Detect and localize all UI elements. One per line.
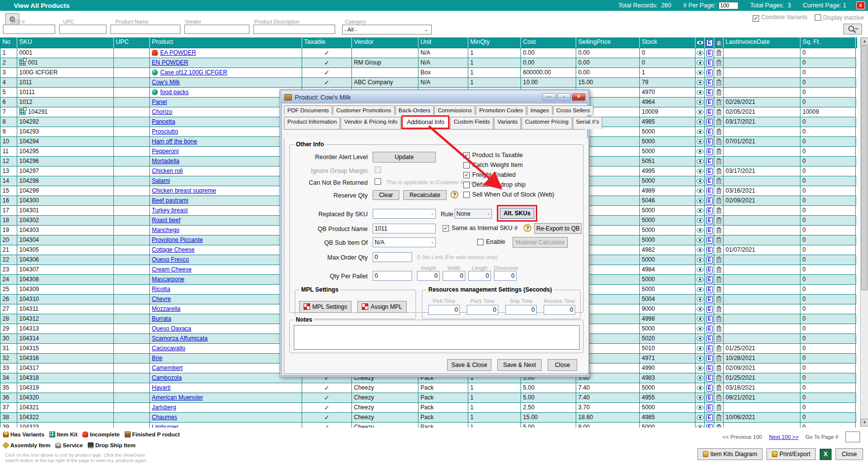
- view-product-button[interactable]: [695, 334, 705, 344]
- product-link[interactable]: Beef pastrami: [152, 197, 188, 204]
- column-header-cost[interactable]: Cost: [521, 37, 576, 48]
- clear-button[interactable]: Clear: [373, 190, 399, 200]
- edit-product-button[interactable]: E: [705, 78, 714, 88]
- pick-time-input[interactable]: [428, 305, 460, 315]
- product-link[interactable]: Salami: [152, 177, 170, 184]
- delete-product-button[interactable]: [714, 393, 724, 403]
- scrollbar-thumb[interactable]: [861, 46, 868, 290]
- combine-variants-checkbox[interactable]: ✓Combine Variants: [753, 14, 808, 22]
- scroll-up-icon[interactable]: ▲: [861, 37, 868, 45]
- vertical-scrollbar[interactable]: ▲ ▼: [860, 37, 868, 427]
- edit-product-button[interactable]: E: [705, 354, 714, 364]
- ignore-group-margin-checkbox[interactable]: [375, 166, 381, 173]
- view-product-button[interactable]: [695, 275, 705, 285]
- view-product-button[interactable]: [695, 98, 705, 107]
- display-inactive-checkbox[interactable]: Display inactive: [815, 14, 864, 21]
- edit-product-button[interactable]: E: [705, 295, 714, 304]
- column-header-minqty[interactable]: MinQty: [468, 37, 521, 48]
- view-product-button[interactable]: [695, 383, 705, 393]
- delete-product-button[interactable]: [714, 127, 724, 137]
- view-product-button[interactable]: [695, 107, 705, 117]
- column-header-lastinvoicedate[interactable]: LastInvoiceDate: [724, 37, 800, 48]
- dialog-title-bar[interactable]: Product: Cow's Milk — ▫ ✕: [281, 91, 588, 103]
- edit-product-button[interactable]: E: [705, 107, 714, 117]
- delete-product-button[interactable]: [714, 166, 724, 176]
- column-header-sku[interactable]: SKU: [17, 37, 114, 48]
- product-link[interactable]: Havarti: [152, 384, 171, 391]
- delete-product-button[interactable]: [714, 186, 724, 196]
- minimize-button[interactable]: —: [542, 93, 556, 101]
- view-product-button[interactable]: [695, 157, 705, 166]
- edit-product-button[interactable]: E: [705, 314, 714, 324]
- scroll-down-icon[interactable]: ▼: [861, 419, 868, 427]
- delete-product-button[interactable]: [714, 226, 724, 235]
- dimension-input[interactable]: [494, 271, 517, 281]
- excel-export-button[interactable]: X: [820, 449, 832, 460]
- edit-product-button[interactable]: E: [705, 157, 714, 166]
- tab-customer-pricing[interactable]: Customer Pricing: [521, 117, 572, 129]
- edit-product-button[interactable]: E: [705, 245, 714, 255]
- delete-product-button[interactable]: [714, 107, 724, 117]
- delete-product-button[interactable]: [714, 255, 724, 265]
- edit-product-button[interactable]: E: [705, 176, 714, 186]
- same-as-internal-sku-checkbox[interactable]: ✓Same as Internal SKU #: [443, 225, 518, 232]
- delete-product-button[interactable]: [714, 265, 724, 275]
- edit-product-button[interactable]: E: [705, 255, 714, 265]
- recalculate-button[interactable]: Recalculate: [403, 190, 447, 200]
- edit-product-button[interactable]: E: [705, 324, 714, 334]
- column-header-sellingprice[interactable]: SellingPrice: [576, 37, 640, 48]
- item-kits-diagram-button[interactable]: Item Kits Diagram: [697, 448, 763, 460]
- view-product-button[interactable]: [695, 216, 705, 226]
- notes-textarea[interactable]: [294, 325, 580, 350]
- rule-select[interactable]: None ⌄: [454, 209, 492, 219]
- product-link[interactable]: Camembert: [152, 365, 183, 371]
- edit-product-button[interactable]: E: [705, 413, 714, 423]
- delete-product-button[interactable]: [714, 344, 724, 354]
- product-link[interactable]: Brie: [152, 355, 162, 362]
- legend-item[interactable]: Drop Ship Item: [88, 442, 136, 448]
- product-link[interactable]: food packs: [160, 89, 189, 96]
- view-product-button[interactable]: [695, 255, 705, 265]
- view-product-button[interactable]: [695, 295, 705, 304]
- edit-product-button[interactable]: E: [705, 147, 714, 157]
- edit-product-button[interactable]: E: [705, 373, 714, 383]
- view-product-button[interactable]: [695, 88, 705, 98]
- product-link[interactable]: Queso Oaxaca: [152, 325, 191, 332]
- same-internal-help-icon[interactable]: ?: [523, 224, 531, 232]
- edit-product-button[interactable]: E: [705, 186, 714, 196]
- product-name-filter-input[interactable]: [110, 25, 180, 34]
- delete-product-button[interactable]: [714, 98, 724, 107]
- product-link[interactable]: Scamorza Affumicata: [152, 335, 208, 342]
- cannot-be-returned-checkbox[interactable]: [375, 178, 381, 185]
- product-link[interactable]: Provolone Piccante: [152, 236, 203, 243]
- column-header-no[interactable]: No: [0, 37, 17, 48]
- view-product-button[interactable]: [695, 58, 705, 68]
- max-order-qty-input[interactable]: [373, 252, 412, 262]
- edit-product-button[interactable]: E: [705, 304, 714, 314]
- view-product-button[interactable]: [695, 314, 705, 324]
- delete-product-button[interactable]: [714, 295, 724, 304]
- freight-enabled-checkbox[interactable]: ✓Freight Enabled: [463, 171, 516, 178]
- delete-product-button[interactable]: [714, 147, 724, 157]
- product-link[interactable]: EA POWDER: [160, 49, 196, 56]
- tab-serial-s[interactable]: Serial #'s: [573, 117, 603, 129]
- tab-commissions[interactable]: Commissions: [434, 105, 475, 115]
- edit-product-button[interactable]: E: [705, 285, 714, 295]
- product-link[interactable]: Queso Fresco: [152, 256, 189, 263]
- tab-vendor-pricing-info[interactable]: Vendor & Pricing Info: [341, 117, 401, 129]
- tab-back-orders[interactable]: Back-Orders: [395, 105, 434, 115]
- product-link[interactable]: Cottage Cheese: [152, 246, 195, 253]
- column-header-product[interactable]: Product: [150, 37, 302, 48]
- view-product-button[interactable]: [695, 373, 705, 383]
- view-product-button[interactable]: [695, 285, 705, 295]
- column-header-vendor[interactable]: Vendor: [352, 37, 418, 48]
- column-header-sq-ft-[interactable]: Sq. Ft.: [800, 37, 856, 48]
- delete-product-button[interactable]: [714, 383, 724, 393]
- footer-close-button[interactable]: Close: [835, 448, 863, 460]
- delete-product-button[interactable]: [714, 117, 724, 127]
- view-product-button[interactable]: [695, 117, 705, 127]
- view-product-button[interactable]: [695, 235, 705, 245]
- delete-product-button[interactable]: [714, 304, 724, 314]
- vendor-filter-input[interactable]: [184, 25, 249, 34]
- qb-sub-item-combo[interactable]: N/A ⌄: [373, 237, 436, 247]
